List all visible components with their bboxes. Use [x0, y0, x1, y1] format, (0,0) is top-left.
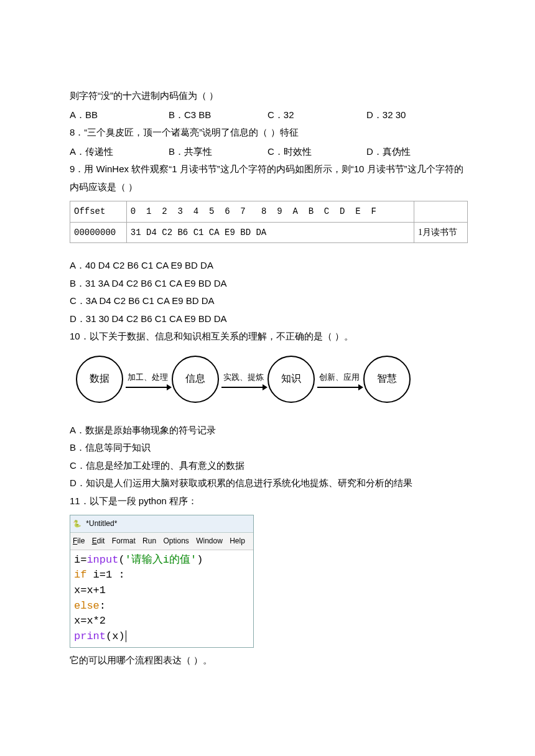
hex-cols: 0 1 2 3 4 5 6 7 8 9 A B C D E F — [126, 201, 414, 223]
hex-table: Offset 0 1 2 3 4 5 6 7 8 9 A B C D E F — [70, 201, 468, 243]
ide-title: *Untitled* — [86, 519, 117, 528]
node-knowledge: 知识 — [268, 356, 315, 403]
menu-options[interactable]: Options — [163, 537, 188, 545]
hex-text: 1月读书节 — [414, 222, 467, 243]
q9-opt-d: D．31 30 D4 C2 B6 C1 CA E9 BD DA — [70, 310, 465, 328]
q11-stem: 11．以下是一段 python 程序： — [70, 492, 465, 510]
q10-opt-a: A．数据是原始事物现象的符号记录 — [70, 422, 465, 440]
q10-opt-b: B．信息等同于知识 — [70, 439, 465, 457]
python-icon: 🐍 — [73, 520, 81, 527]
ide-titlebar: 🐍 *Untitled* — [70, 515, 253, 533]
hex-data-row: 00000000 31 D4 C2 B6 C1 CA E9 BD DA 1月读书… — [70, 222, 468, 243]
hex-bytes: 31 D4 C2 B6 C1 CA E9 BD DA — [126, 222, 414, 243]
menu-run[interactable]: Run — [142, 537, 156, 545]
q9-stem: 9．用 WinHex 软件观察“1 月读书节”这几个字符的内码如图所示，则“10… — [70, 160, 465, 196]
hex-col-text — [414, 201, 467, 223]
q7-opt-a: A．BB — [70, 106, 169, 124]
q7-opt-c: C．32 — [268, 106, 366, 124]
hex-col-offset: Offset — [70, 201, 127, 223]
arrow-3: 创新、应用 — [317, 370, 361, 388]
q10-opt-c: C．信息是经加工处理的、具有意义的数据 — [70, 457, 465, 475]
q9-opt-c: C．3A D4 C2 B6 C1 CA E9 BD DA — [70, 292, 465, 310]
q8-options: A．传递性 B．共享性 C．时效性 D．真伪性 — [70, 143, 465, 161]
q7-options: A．BB B．C3 BB C．32 D．32 30 — [70, 106, 465, 124]
q10-opt-d: D．知识是人们运用大脑对获取或积累的信息进行系统化地提炼、研究和分析的结果 — [70, 474, 465, 492]
q11-tail: 它的可以用哪个流程图表达（ ）。 — [70, 652, 465, 670]
ide-code-area[interactable]: i=input('请输入i的值') if i=1 : x=x+1 else: x… — [70, 550, 253, 647]
hex-addr: 00000000 — [70, 222, 127, 243]
hex-header-row: Offset 0 1 2 3 4 5 6 7 8 9 A B C D E F — [70, 201, 468, 223]
python-ide-window: 🐍 *Untitled* File Edit Format Run Option… — [70, 515, 254, 647]
q10-stem: 10．以下关于数据、信息和知识相互关系的理解，不正确的是（ ）。 — [70, 328, 465, 346]
node-data: 数据 — [76, 356, 123, 403]
page: 则字符“没”的十六进制内码值为（ ） A．BB B．C3 BB C．32 D．3… — [0, 0, 535, 756]
q9-opt-b: B．31 3A D4 C2 B6 C1 CA E9 BD DA — [70, 275, 465, 293]
node-info: 信息 — [172, 356, 219, 403]
q10-diagram: 数据 加工、处理 信息 实践、提炼 知识 创新、应用 智慧 — [76, 356, 465, 403]
arrow-2: 实践、提炼 — [221, 370, 265, 388]
q8-opt-a: A．传递性 — [70, 143, 169, 161]
q7-opt-d: D．32 30 — [366, 106, 465, 124]
q9-opt-a: A．40 D4 C2 B6 C1 CA E9 BD DA — [70, 257, 465, 275]
menu-format[interactable]: Format — [112, 537, 136, 545]
q8-stem: 8．“三个臭皮匠，顶一个诸葛亮”说明了信息的（ ）特征 — [70, 124, 465, 142]
menu-edit[interactable]: Edit — [92, 537, 105, 545]
menu-file[interactable]: File — [73, 537, 85, 545]
q8-opt-b: B．共享性 — [169, 143, 268, 161]
ide-menubar: File Edit Format Run Options Window Help — [70, 533, 253, 550]
menu-help[interactable]: Help — [230, 537, 245, 545]
node-wisdom: 智慧 — [363, 356, 411, 403]
q7-stem: 则字符“没”的十六进制内码值为（ ） — [70, 87, 465, 105]
q7-opt-b: B．C3 BB — [169, 106, 268, 124]
menu-window[interactable]: Window — [196, 537, 223, 545]
q8-opt-d: D．真伪性 — [366, 143, 465, 161]
arrow-1: 加工、处理 — [126, 370, 169, 388]
q8-opt-c: C．时效性 — [268, 143, 366, 161]
